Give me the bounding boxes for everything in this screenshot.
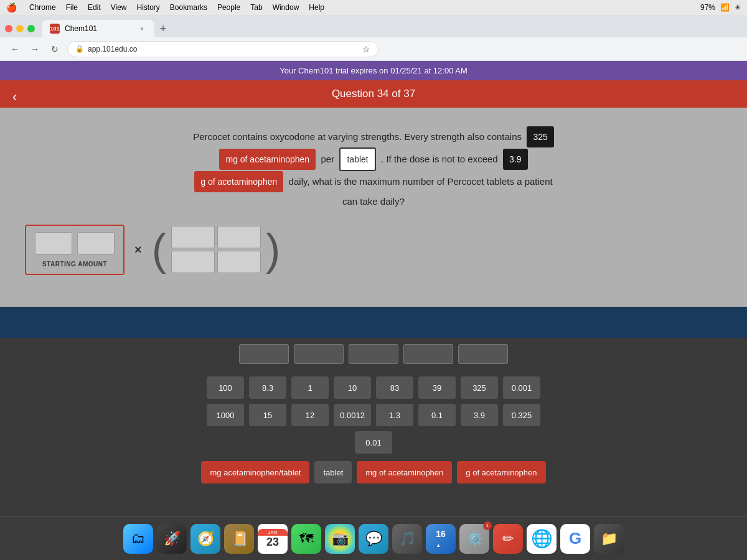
dock-notes[interactable]: 📔 [224,524,254,554]
maximize-window-button[interactable] [27,25,35,32]
answer-slot-5[interactable] [458,344,508,364]
btn-10[interactable]: 10 [334,376,371,399]
btn-15[interactable]: 15 [249,404,286,426]
fraction-cell-bottom-right[interactable] [217,251,261,273]
dock-g-app[interactable]: G [560,524,590,554]
unit-buttons-row: mg acetaminophen/tablet tablet mg of ace… [201,461,545,483]
btn-12[interactable]: 12 [291,404,329,426]
address-bar: ← → ↻ 🔒 app.101edu.co ☆ [0,37,747,61]
back-button[interactable]: ← [7,42,22,57]
lock-icon: 🔒 [75,45,84,53]
q-box-tablet: tablet [339,147,375,171]
trial-banner: Your Chem101 trial expires on 01/25/21 a… [0,61,747,80]
btn-1000[interactable]: 1000 [207,404,244,426]
dock: 🗂 🚀 🧭 📔 JAN 23 🗺 📷 💬 🎵 16▲ ⚙️ 1 ✏ 🌐 G 📁 [0,516,747,560]
left-paren: ( [152,228,166,271]
btn-83b[interactable]: 83 [376,376,413,399]
btn-13[interactable]: 1.3 [376,404,413,426]
calc-area: STARTING AMOUNT × ( ) [12,223,735,276]
q-line4: can take daily? [342,196,405,207]
menu-tab[interactable]: Tab [250,3,262,12]
active-tab[interactable]: 101 Chem101 × [42,20,154,37]
btn-39b[interactable]: 3.9 [461,404,498,426]
question-header: Question 34 of 37 [0,80,747,108]
bookmark-icon[interactable]: ☆ [362,44,370,54]
btn-mg-of-acetaminophen[interactable]: mg of acetaminophen [357,461,452,483]
url-bar[interactable]: 🔒 app.101edu.co ☆ [67,41,378,57]
menu-bookmarks[interactable]: Bookmarks [170,3,207,12]
answer-slot-2[interactable] [294,344,344,364]
menu-people[interactable]: People [217,3,240,12]
menu-view[interactable]: View [111,3,127,12]
q-dose-text: . If the dose is not to exceed [381,154,498,164]
btn-01[interactable]: 0.1 [418,404,456,426]
dock-messages[interactable]: 💬 [359,524,388,554]
btn-mg-acetaminophen-tablet[interactable]: mg acetaminophen/tablet [201,461,309,483]
traffic-lights [5,25,35,32]
question-counter: Question 34 of 37 [332,88,415,100]
q-box-39: 3.9 [503,149,527,170]
btn-1[interactable]: 1 [291,376,329,399]
close-window-button[interactable] [5,25,12,32]
menu-history[interactable]: History [137,3,160,12]
menubar-right: 97% 📶 ✳ [700,3,741,12]
dock-music[interactable]: 🎵 [392,524,422,554]
menu-window[interactable]: Window [273,3,299,12]
back-chevron-button[interactable]: ‹ [12,89,17,105]
wifi-icon: 📶 [720,3,730,12]
dock-system-preferences[interactable]: ⚙️ 1 [459,524,489,554]
answer-slot-4[interactable] [403,344,453,364]
dock-calendar[interactable]: JAN 23 [258,524,288,554]
q-box-g-acetaminophen: g of acetaminophen [194,171,283,192]
browser-window: 101 Chem101 × + ← → ↻ 🔒 app.101edu.co ☆ … [0,15,747,560]
reload-button[interactable]: ↻ [47,42,62,57]
q-line3-suffix: daily, what is the maximum number of Per… [289,176,553,187]
tab-title: Chem101 [65,24,97,33]
battery-status: 97% [700,3,715,12]
multiply-sign: × [134,243,142,257]
btn-325[interactable]: 325 [461,376,498,399]
number-row-2: 1000 15 12 0.0012 1.3 0.1 3.9 0.325 [207,404,540,426]
answer-slot-1[interactable] [239,344,289,364]
dock-chrome[interactable]: 🌐 [527,524,557,554]
dock-photos[interactable]: 📷 [325,524,355,554]
url-text: app.101edu.co [88,45,137,54]
forward-button[interactable]: → [27,42,42,57]
tab-favicon: 101 [50,24,60,34]
dock-ink[interactable]: ✏ [493,524,523,554]
starting-numerator-left[interactable] [35,232,72,254]
menu-edit[interactable]: Edit [88,3,101,12]
btn-tablet[interactable]: tablet [314,461,352,483]
fraction-cell-bottom-left[interactable] [171,251,215,273]
tab-close-button[interactable]: × [137,24,147,34]
fraction-cell-top-right[interactable] [217,226,261,248]
right-paren: ) [266,228,280,271]
btn-001[interactable]: 0.01 [355,431,392,454]
btn-g-of-acetaminophen[interactable]: g of acetaminophen [457,461,545,483]
minimize-window-button[interactable] [16,25,24,32]
q-per-text: per [321,154,334,164]
fraction-grid [169,223,263,276]
btn-39[interactable]: 39 [418,376,456,399]
menu-file[interactable]: File [66,3,78,12]
dock-appstore[interactable]: 16▲ [426,524,456,554]
btn-0012[interactable]: 0.0012 [334,404,371,426]
dock-finder[interactable]: 🗂 [123,524,153,554]
dock-finder2[interactable]: 📁 [594,524,624,554]
menu-help[interactable]: Help [309,3,324,12]
btn-0325[interactable]: 0.325 [503,404,540,426]
dark-divider [0,307,747,338]
new-tab-button[interactable]: + [154,20,172,37]
answer-slot-3[interactable] [349,344,398,364]
dock-safari[interactable]: 🧭 [190,524,220,554]
btn-100[interactable]: 100 [207,376,244,399]
apple-menu[interactable]: 🍎 [6,2,17,12]
dock-maps[interactable]: 🗺 [291,524,321,554]
menu-chrome[interactable]: Chrome [29,3,56,12]
btn-83[interactable]: 8.3 [249,376,286,399]
fraction-cell-top-left[interactable] [171,226,215,248]
starting-numerator-right[interactable] [77,232,115,254]
q-box-mg-acetaminophen: mg of acetaminophen [219,149,316,170]
dock-launchpad[interactable]: 🚀 [157,524,187,554]
btn-0001[interactable]: 0.001 [503,376,540,399]
